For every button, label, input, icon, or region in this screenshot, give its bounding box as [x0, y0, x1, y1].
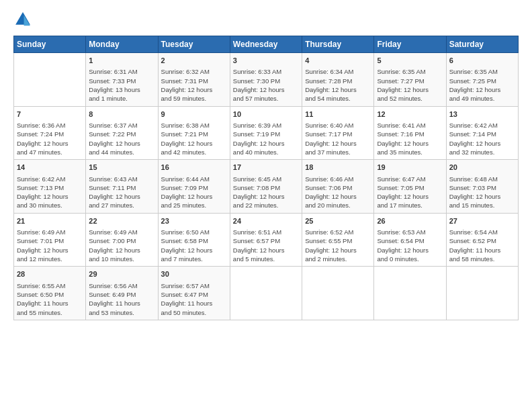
day-number: 6	[449, 56, 515, 66]
day-info: Sunrise: 6:47 AM Sunset: 7:05 PM Dayligh…	[377, 175, 443, 210]
day-info: Sunrise: 6:51 AM Sunset: 6:57 PM Dayligh…	[233, 228, 299, 263]
day-info: Sunrise: 6:37 AM Sunset: 7:22 PM Dayligh…	[89, 121, 154, 156]
day-cell: 25Sunrise: 6:52 AM Sunset: 6:55 PM Dayli…	[302, 213, 374, 267]
day-cell: 8Sunrise: 6:37 AM Sunset: 7:22 PM Daylig…	[86, 106, 158, 160]
day-info: Sunrise: 6:52 AM Sunset: 6:55 PM Dayligh…	[305, 228, 371, 263]
day-info: Sunrise: 6:57 AM Sunset: 6:47 PM Dayligh…	[161, 281, 227, 317]
day-info: Sunrise: 6:55 AM Sunset: 6:50 PM Dayligh…	[17, 281, 83, 317]
week-row-3: 14Sunrise: 6:42 AM Sunset: 7:13 PM Dayli…	[14, 160, 519, 214]
header-cell-sunday: Sunday	[14, 36, 86, 53]
day-number: 26	[377, 216, 443, 226]
day-cell: 2Sunrise: 6:32 AM Sunset: 7:31 PM Daylig…	[158, 53, 230, 107]
day-info: Sunrise: 6:33 AM Sunset: 7:30 PM Dayligh…	[233, 67, 299, 103]
header-cell-thursday: Thursday	[302, 36, 374, 53]
day-number: 4	[305, 56, 371, 66]
day-cell	[446, 267, 518, 320]
day-info: Sunrise: 6:35 AM Sunset: 7:25 PM Dayligh…	[449, 67, 515, 103]
day-number: 9	[161, 109, 227, 120]
day-number: 2	[161, 56, 227, 66]
day-info: Sunrise: 6:32 AM Sunset: 7:31 PM Dayligh…	[161, 67, 227, 103]
header-cell-friday: Friday	[374, 36, 446, 53]
day-cell: 22Sunrise: 6:49 AM Sunset: 7:00 PM Dayli…	[86, 213, 158, 267]
header-cell-wednesday: Wednesday	[230, 36, 302, 53]
day-info: Sunrise: 6:41 AM Sunset: 7:16 PM Dayligh…	[377, 121, 443, 156]
day-info: Sunrise: 6:31 AM Sunset: 7:33 PM Dayligh…	[89, 67, 154, 103]
day-cell: 13Sunrise: 6:42 AM Sunset: 7:14 PM Dayli…	[446, 106, 518, 160]
day-cell: 14Sunrise: 6:42 AM Sunset: 7:13 PM Dayli…	[14, 160, 86, 214]
day-number: 30	[161, 269, 227, 279]
week-row-4: 21Sunrise: 6:49 AM Sunset: 7:01 PM Dayli…	[14, 213, 519, 267]
day-number: 20	[449, 163, 515, 173]
day-number: 10	[233, 109, 299, 120]
logo-icon	[13, 10, 32, 29]
day-cell: 9Sunrise: 6:38 AM Sunset: 7:21 PM Daylig…	[158, 106, 230, 160]
day-number: 13	[449, 109, 515, 120]
day-number: 23	[161, 216, 227, 226]
day-cell	[14, 53, 86, 107]
logo	[13, 10, 35, 29]
day-cell: 30Sunrise: 6:57 AM Sunset: 6:47 PM Dayli…	[158, 267, 230, 320]
header	[13, 10, 519, 29]
day-cell: 5Sunrise: 6:35 AM Sunset: 7:27 PM Daylig…	[374, 53, 446, 107]
day-cell: 4Sunrise: 6:34 AM Sunset: 7:28 PM Daylig…	[302, 53, 374, 107]
day-cell: 16Sunrise: 6:44 AM Sunset: 7:09 PM Dayli…	[158, 160, 230, 214]
day-number: 7	[17, 109, 83, 120]
day-number: 17	[233, 163, 299, 173]
day-number: 25	[305, 216, 371, 226]
day-number: 28	[17, 269, 83, 279]
day-cell: 19Sunrise: 6:47 AM Sunset: 7:05 PM Dayli…	[374, 160, 446, 214]
day-info: Sunrise: 6:43 AM Sunset: 7:11 PM Dayligh…	[89, 175, 154, 210]
day-cell	[374, 267, 446, 320]
day-info: Sunrise: 6:56 AM Sunset: 6:49 PM Dayligh…	[89, 281, 154, 317]
header-row: SundayMondayTuesdayWednesdayThursdayFrid…	[14, 36, 519, 53]
day-cell: 24Sunrise: 6:51 AM Sunset: 6:57 PM Dayli…	[230, 213, 302, 267]
day-info: Sunrise: 6:36 AM Sunset: 7:24 PM Dayligh…	[17, 121, 83, 156]
day-info: Sunrise: 6:49 AM Sunset: 7:01 PM Dayligh…	[17, 228, 83, 263]
day-cell: 11Sunrise: 6:40 AM Sunset: 7:17 PM Dayli…	[302, 106, 374, 160]
day-info: Sunrise: 6:45 AM Sunset: 7:08 PM Dayligh…	[233, 175, 299, 210]
day-cell: 23Sunrise: 6:50 AM Sunset: 6:58 PM Dayli…	[158, 213, 230, 267]
day-info: Sunrise: 6:50 AM Sunset: 6:58 PM Dayligh…	[161, 228, 227, 263]
day-info: Sunrise: 6:39 AM Sunset: 7:19 PM Dayligh…	[233, 121, 299, 156]
day-number: 18	[305, 163, 371, 173]
day-info: Sunrise: 6:49 AM Sunset: 7:00 PM Dayligh…	[89, 228, 154, 263]
day-cell: 28Sunrise: 6:55 AM Sunset: 6:50 PM Dayli…	[14, 267, 86, 320]
week-row-5: 28Sunrise: 6:55 AM Sunset: 6:50 PM Dayli…	[14, 267, 519, 320]
day-info: Sunrise: 6:54 AM Sunset: 6:52 PM Dayligh…	[449, 228, 515, 263]
day-cell: 15Sunrise: 6:43 AM Sunset: 7:11 PM Dayli…	[86, 160, 158, 214]
day-number: 16	[161, 163, 227, 173]
day-number: 19	[377, 163, 443, 173]
week-row-2: 7Sunrise: 6:36 AM Sunset: 7:24 PM Daylig…	[14, 106, 519, 160]
header-cell-saturday: Saturday	[446, 36, 518, 53]
day-number: 12	[377, 109, 443, 120]
day-number: 1	[89, 56, 154, 66]
header-cell-tuesday: Tuesday	[158, 36, 230, 53]
day-info: Sunrise: 6:40 AM Sunset: 7:17 PM Dayligh…	[305, 121, 371, 156]
day-number: 24	[233, 216, 299, 226]
day-cell	[230, 267, 302, 320]
day-cell: 7Sunrise: 6:36 AM Sunset: 7:24 PM Daylig…	[14, 106, 86, 160]
day-info: Sunrise: 6:38 AM Sunset: 7:21 PM Dayligh…	[161, 121, 227, 156]
day-info: Sunrise: 6:46 AM Sunset: 7:06 PM Dayligh…	[305, 175, 371, 210]
header-cell-monday: Monday	[86, 36, 158, 53]
day-cell: 18Sunrise: 6:46 AM Sunset: 7:06 PM Dayli…	[302, 160, 374, 214]
day-info: Sunrise: 6:42 AM Sunset: 7:13 PM Dayligh…	[17, 175, 83, 210]
day-info: Sunrise: 6:44 AM Sunset: 7:09 PM Dayligh…	[161, 175, 227, 210]
day-info: Sunrise: 6:35 AM Sunset: 7:27 PM Dayligh…	[377, 67, 443, 103]
page: SundayMondayTuesdayWednesdayThursdayFrid…	[0, 0, 532, 411]
week-row-1: 1Sunrise: 6:31 AM Sunset: 7:33 PM Daylig…	[14, 53, 519, 107]
day-cell: 3Sunrise: 6:33 AM Sunset: 7:30 PM Daylig…	[230, 53, 302, 107]
day-info: Sunrise: 6:42 AM Sunset: 7:14 PM Dayligh…	[449, 121, 515, 156]
day-number: 3	[233, 56, 299, 66]
day-number: 29	[89, 269, 154, 279]
day-number: 8	[89, 109, 154, 120]
day-number: 11	[305, 109, 371, 120]
day-cell: 26Sunrise: 6:53 AM Sunset: 6:54 PM Dayli…	[374, 213, 446, 267]
day-cell: 6Sunrise: 6:35 AM Sunset: 7:25 PM Daylig…	[446, 53, 518, 107]
day-cell: 20Sunrise: 6:48 AM Sunset: 7:03 PM Dayli…	[446, 160, 518, 214]
day-cell: 1Sunrise: 6:31 AM Sunset: 7:33 PM Daylig…	[86, 53, 158, 107]
day-cell: 12Sunrise: 6:41 AM Sunset: 7:16 PM Dayli…	[374, 106, 446, 160]
calendar-table: SundayMondayTuesdayWednesdayThursdayFrid…	[13, 36, 519, 320]
day-info: Sunrise: 6:48 AM Sunset: 7:03 PM Dayligh…	[449, 175, 515, 210]
day-number: 27	[449, 216, 515, 226]
